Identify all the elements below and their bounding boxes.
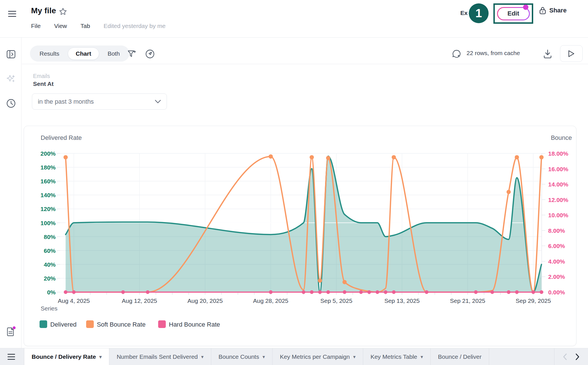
hard-bounce-point (515, 290, 519, 294)
hard-bounce-point (326, 290, 330, 294)
legend-swatch-1[interactable] (40, 320, 47, 328)
hard-bounce-point (367, 290, 371, 294)
sheet-tab-number-emails-sent-delivered[interactable]: Number Emails Sent Delivered▾ (109, 348, 211, 365)
legend-label: Delivered (50, 321, 77, 328)
play-icon (568, 50, 575, 58)
left-axis-tick: 20% (44, 275, 56, 282)
right-axis-tick: 0.00% (548, 289, 565, 296)
menu-file[interactable]: File (31, 23, 41, 29)
share-button[interactable]: Share (539, 6, 567, 15)
left-axis-tick: 0% (47, 289, 56, 296)
hard-bounce-point (302, 290, 305, 294)
chevron-left-icon[interactable] (562, 353, 567, 360)
tab-scroll-nav (554, 348, 588, 365)
right-axis-tick: 6.00% (548, 243, 565, 249)
rows-status: 22 rows, from cache (467, 50, 520, 57)
menu-tab[interactable]: Tab (80, 23, 90, 29)
x-axis-tick: Aug 12, 2025 (122, 297, 157, 304)
x-axis-tick: Aug 4, 2025 (58, 297, 90, 304)
hard-bounce-point (359, 290, 363, 294)
sheet-tab-bounce-deliver[interactable]: Bounce / Deliver (431, 348, 489, 365)
app-window: My file File View Tab Edited yesterday b… (0, 0, 588, 365)
filter-field-label: Sent At (33, 81, 54, 87)
caret-down-icon[interactable]: ▾ (201, 354, 204, 360)
left-axis-tick: 100% (40, 220, 56, 226)
caret-down-icon[interactable]: ▾ (353, 354, 356, 360)
download-button[interactable] (542, 49, 553, 59)
legend-swatch-2[interactable] (86, 320, 94, 328)
sheet-tab-key-metrics-per-campaign[interactable]: Key Metrics per Campaign▾ (273, 348, 363, 365)
document-panel-button[interactable] (6, 327, 16, 336)
left-axis-tick: 80% (44, 234, 56, 240)
explore-button[interactable]: Ex (460, 10, 468, 16)
explore-chart-button[interactable] (145, 49, 155, 59)
history-button[interactable] (6, 99, 16, 108)
main-menu-icon[interactable] (7, 9, 17, 19)
run-button[interactable] (560, 45, 583, 62)
expand-panel-button[interactable] (6, 49, 16, 59)
x-axis-tick: Sep 13, 2025 (384, 297, 420, 304)
share-label: Share (549, 7, 567, 14)
hard-bounce-point (310, 290, 313, 294)
ai-assistant-button[interactable] (6, 74, 16, 83)
comments-button[interactable] (451, 49, 462, 59)
left-axis-tick: 180% (40, 164, 56, 171)
legend-swatch-3[interactable] (158, 320, 166, 328)
toolbar-divider (22, 64, 588, 64)
soft-bounce-point (515, 155, 519, 159)
view-switcher: ResultsChartBoth (30, 45, 129, 62)
right-axis-tick: 10.00% (548, 212, 569, 218)
soft-bounce-point (539, 155, 544, 159)
sheet-tab-bounce-delivery-rate[interactable]: Bounce / Delivery Rate▾ (24, 348, 109, 365)
hard-bounce-point (64, 290, 67, 294)
clock-icon (6, 99, 16, 108)
soft-bounce-point (269, 154, 273, 158)
right-axis-tick: 18.00% (548, 150, 569, 157)
filter-button[interactable] (127, 49, 137, 59)
caret-down-icon[interactable]: ▾ (421, 354, 423, 360)
bottom-tab-bar: Bounce / Delivery Rate▾Number Emails Sen… (0, 348, 588, 365)
hamburger-icon (7, 353, 15, 360)
chevron-right-icon[interactable] (575, 353, 580, 360)
right-axis-tick: 4.00% (548, 258, 565, 265)
tab-list-button[interactable] (7, 353, 16, 361)
favorite-star-button[interactable] (58, 7, 68, 16)
lock-icon (539, 6, 546, 15)
menu-view[interactable]: View (54, 23, 67, 29)
date-range-select[interactable]: in the past 3 months (32, 94, 167, 110)
legend-label: Soft Bounce Rate (97, 321, 145, 328)
legend-title: Series (41, 305, 58, 312)
chart-card: 0%20%40%60%80%100%120%140%160%180%200%0.… (24, 126, 576, 346)
view-tab-results[interactable]: Results (32, 47, 67, 60)
hard-bounce-point (507, 290, 511, 294)
hamburger-icon (8, 10, 16, 17)
sheet-tabs: Bounce / Delivery Rate▾Number Emails Sen… (24, 348, 489, 365)
annotation-badge-1: 1 (469, 3, 489, 23)
right-axis-tick: 8.00% (548, 227, 565, 234)
hard-bounce-point (540, 290, 543, 294)
caret-down-icon[interactable]: ▾ (262, 354, 265, 360)
left-axis-title: Delivered Rate (41, 134, 82, 141)
sheet-tab-key-metrics-table[interactable]: Key Metrics Table▾ (363, 348, 431, 365)
caret-down-icon[interactable]: ▾ (99, 354, 102, 360)
date-range-value: in the past 3 months (38, 98, 94, 105)
hard-bounce-point (269, 290, 273, 294)
soft-bounce-point (310, 155, 314, 159)
soft-bounce-point (326, 156, 330, 160)
document-icon (6, 325, 16, 338)
x-axis-tick: Aug 28, 2025 (253, 297, 288, 304)
hard-bounce-point (72, 290, 76, 294)
x-axis-tick: Aug 20, 2025 (188, 297, 223, 304)
x-axis-tick: Sep 5, 2025 (320, 297, 352, 304)
view-tab-chart[interactable]: Chart (68, 47, 99, 60)
filter-sparkle-icon (127, 49, 137, 59)
chat-sparkle-icon (452, 49, 462, 59)
soft-bounce-point (507, 190, 511, 194)
soft-bounce-point (343, 280, 347, 284)
x-axis-tick: Sep 21, 2025 (450, 297, 485, 304)
view-tab-both[interactable]: Both (100, 47, 128, 60)
panel-expand-icon (6, 50, 16, 58)
star-icon (59, 7, 67, 16)
sheet-tab-bounce-counts[interactable]: Bounce Counts▾ (211, 348, 273, 365)
hard-bounce-point (318, 290, 322, 294)
